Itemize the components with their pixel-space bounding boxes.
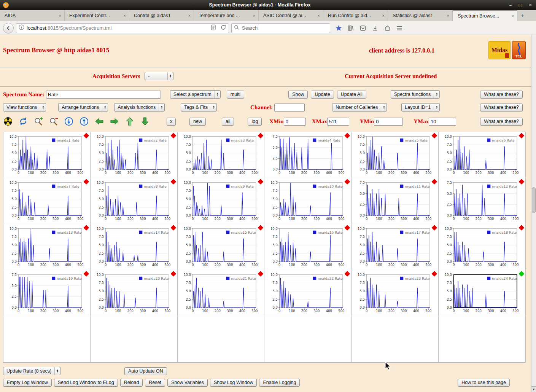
reader-icon[interactable] — [210, 24, 216, 32]
spectrum-plot-nnaida12[interactable]: 7.55.02.50.00100200300400500nnaida12 Rat… — [439, 178, 526, 224]
tab-control-aidas1[interactable]: Control @ aidas1× — [129, 10, 194, 21]
tab-close-icon[interactable]: × — [382, 13, 385, 18]
xmin-input[interactable] — [284, 118, 306, 126]
send-log-window-to-elog-button[interactable]: Send Log Window to ELog — [54, 379, 118, 387]
zoom-in-icon[interactable] — [33, 116, 43, 126]
scroll-up-icon[interactable] — [79, 116, 89, 126]
spectrum-plot-nnaida14[interactable]: 10.07.55.02.50.00100200300400500nnaida14… — [91, 224, 178, 270]
spectrum-plot-nnaida11[interactable]: 7.55.02.50.00100200300400500nnaida11 Rat… — [352, 178, 439, 224]
spectrum-plot-nnaida5[interactable]: 10.07.55.02.50.00100200300400500nnaida5 … — [352, 132, 439, 178]
spectrum-name-input[interactable] — [46, 91, 161, 99]
download-icon[interactable] — [371, 24, 380, 33]
empty-log-window-button[interactable]: Empty Log Window — [3, 379, 52, 387]
channel-input[interactable] — [274, 104, 305, 112]
pocket-icon[interactable] — [358, 24, 367, 33]
spectrum-plot-nnaida13[interactable]: 10.07.55.02.50.00100200300400500nnaida13… — [3, 224, 91, 270]
tab-aida[interactable]: AIDA× — [0, 10, 65, 21]
tags-fits-dropdown[interactable]: Tags & Fits▲▼ — [181, 103, 217, 112]
menu-icon[interactable] — [395, 24, 404, 33]
tab-close-icon[interactable]: × — [447, 13, 449, 18]
arrow-up-icon[interactable] — [125, 116, 135, 126]
enable-logging-button[interactable]: Enable Logging — [259, 379, 300, 387]
url-text[interactable]: localhost:8015/Spectrum/Spectrum.tml — [27, 25, 208, 31]
radiation-icon[interactable] — [3, 116, 13, 126]
ymax-input[interactable] — [429, 118, 456, 126]
tab-close-icon[interactable]: × — [318, 13, 320, 18]
spectrum-plot-nnaida1[interactable]: 10.07.55.02.50.00100200300400500nnaida1 … — [3, 132, 91, 178]
spectrum-plot-nnaida18[interactable]: 10.07.55.02.50.00100200300400500nnaida18… — [439, 224, 526, 270]
all-button[interactable]: all — [222, 118, 234, 126]
spectrum-plot-nnaida8[interactable]: 10.07.55.02.50.00100200300400500nnaida8 … — [91, 178, 178, 224]
reload-button[interactable]: Reload — [120, 379, 143, 387]
xmax-input[interactable] — [327, 118, 349, 126]
star-icon[interactable] — [334, 24, 343, 33]
home-icon[interactable] — [383, 24, 392, 33]
update-rate-dropdown[interactable]: Update Rate (8 secs)▲▼ — [3, 367, 60, 375]
arrange-functions-dropdown[interactable]: Arrange functions▲▼ — [58, 103, 108, 112]
vertical-scrollbar[interactable]: ▼ — [531, 35, 536, 392]
spectrum-plot-nnaida20[interactable]: 10.07.55.02.50.00100200300400500nnaida20… — [91, 270, 178, 316]
spectrum-plot-nnaida2[interactable]: 10.07.55.02.50.00100200300400500nnaida2 … — [91, 132, 178, 178]
maximize-button[interactable]: ▢ — [518, 3, 523, 8]
layout-id-dropdown[interactable]: Layout ID=1▲▼ — [401, 103, 440, 112]
tcl-logo[interactable]: TCL — [512, 41, 526, 59]
url-bar[interactable]: localhost:8015/Spectrum/Spectrum.tml — [16, 23, 229, 33]
tab-close-icon[interactable]: × — [188, 13, 191, 18]
spectrum-plot-nnaida7[interactable]: 10.07.55.02.50.00100200300400500nnaida7 … — [3, 178, 91, 224]
select-spectrum-dropdown[interactable]: Select a spectrum▲▼ — [170, 90, 221, 99]
tab-close-icon[interactable]: × — [512, 14, 514, 18]
what-are-these-button-2[interactable]: What are these? — [480, 104, 523, 112]
scrollbar-thumb[interactable] — [532, 187, 536, 213]
what-are-these-button-1[interactable]: What are these? — [480, 91, 523, 99]
ymin-input[interactable] — [374, 118, 403, 126]
reload-icon[interactable] — [220, 24, 226, 32]
show-log-window-button[interactable]: Show Log Window — [210, 379, 257, 387]
what-are-these-button-3[interactable]: What are these? — [480, 118, 523, 126]
view-functions-dropdown[interactable]: View functions▲▼ — [3, 103, 46, 112]
tab-temperature-and[interactable]: Temperature and ...× — [194, 10, 259, 21]
midas-logo[interactable]: Midas — [488, 41, 511, 59]
new-tab-button[interactable]: + — [517, 10, 528, 21]
zoom-out-icon[interactable] — [49, 116, 59, 126]
arrow-right-icon[interactable] — [110, 116, 119, 126]
scroll-down-icon[interactable] — [64, 116, 74, 126]
tab-spectrum-browse[interactable]: Spectrum Browse...× — [453, 10, 517, 21]
back-button[interactable] — [3, 23, 14, 33]
log-button[interactable]: log — [248, 118, 262, 126]
spectrum-plot-nnaida15[interactable]: 10.07.55.02.50.00100200300400500nnaida15… — [178, 224, 265, 270]
show-button[interactable]: Show — [288, 91, 308, 99]
close-button[interactable]: ✕ — [528, 3, 533, 8]
update-button[interactable]: Update — [311, 91, 334, 99]
spectrum-plot-nnaida19[interactable]: 7.55.02.50.00100200300400500nnaida19 Rat… — [3, 270, 91, 316]
tab-close-icon[interactable]: × — [253, 13, 255, 18]
scrollbar-down-arrow[interactable]: ▼ — [531, 386, 536, 392]
tab-statistics-aidas1[interactable]: Statistics @ aidas1× — [388, 10, 453, 21]
tab-close-icon[interactable]: × — [124, 13, 126, 18]
how-to-use-button[interactable]: How to use this page — [458, 379, 510, 387]
spectrum-plot-nnaida22[interactable]: 10.07.55.02.50.00100200300400500nnaida22… — [264, 270, 352, 316]
spectrum-plot-nnaida4[interactable]: 7.55.02.50.00100200300400500nnaida4 Rate — [264, 132, 352, 178]
number-of-galleries-dropdown[interactable]: Number of Galleries▲▼ — [332, 103, 387, 112]
search-input[interactable] — [241, 25, 328, 31]
tab-run-control-aid[interactable]: Run Control @ aid...× — [323, 10, 388, 21]
spectrum-plot-nnaida21[interactable]: 10.07.55.02.50.00100200300400500nnaida21… — [178, 270, 265, 316]
site-info-icon[interactable] — [19, 24, 24, 32]
multi-button[interactable]: multi — [227, 91, 244, 99]
tab-asic-control-ai[interactable]: ASIC Control @ ai...× — [259, 10, 323, 21]
spectrum-plot-nnaida23[interactable]: 10.07.55.02.50.00100200300400500nnaida23… — [352, 270, 439, 316]
refresh-icon[interactable] — [18, 116, 28, 126]
spectra-functions-dropdown[interactable]: Spectra functions▲▼ — [391, 90, 440, 99]
spectrum-plot-nnaida3[interactable]: 10.07.55.02.50.00100200300400500nnaida3 … — [178, 132, 265, 178]
reset-button[interactable]: Reset — [145, 379, 165, 387]
acquisition-server-select[interactable]: -▲▼ — [145, 72, 173, 80]
spectrum-plot-nnaida10[interactable]: 10.07.55.02.50.00100200300400500nnaida10… — [264, 178, 352, 224]
analysis-functions-dropdown[interactable]: Analysis functions▲▼ — [114, 103, 165, 112]
arrow-left-icon[interactable] — [94, 116, 104, 126]
spectrum-plot-nnaida16[interactable]: 10.07.55.02.50.00100200300400500nnaida16… — [264, 224, 352, 270]
spectrum-plot-nnaida17[interactable]: 10.07.55.02.50.00100200300400500nnaida17… — [352, 224, 439, 270]
library-icon[interactable] — [346, 24, 355, 33]
auto-update-button[interactable]: Auto Update ON — [124, 367, 167, 375]
titlebar[interactable]: Spectrum Browser @ aidas1 - Mozilla Fire… — [0, 0, 536, 10]
tab-experiment-contr[interactable]: Experiment Contr...× — [65, 10, 129, 21]
minimize-button[interactable]: – — [508, 3, 513, 7]
